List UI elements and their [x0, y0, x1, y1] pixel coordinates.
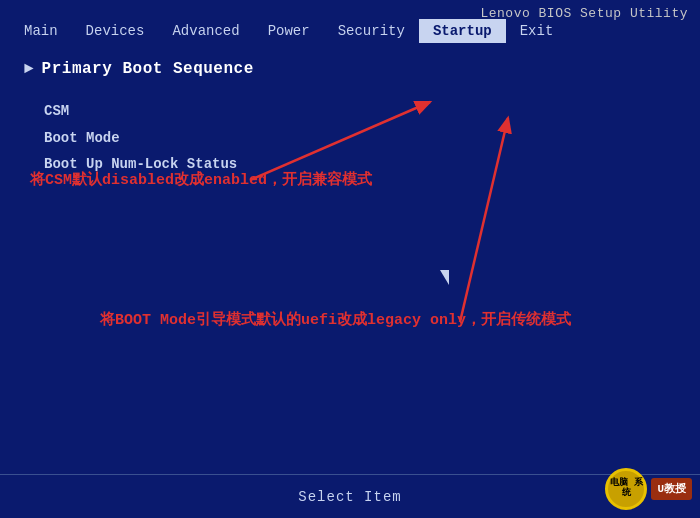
- setting-boot-mode[interactable]: Boot Mode: [44, 125, 676, 152]
- watermark-label: U教授: [651, 478, 692, 500]
- content-area: ► Primary Boot Sequence CSM Boot Mode Bo…: [0, 44, 700, 474]
- menu-item-main[interactable]: Main: [10, 19, 72, 43]
- menu-item-power[interactable]: Power: [254, 19, 324, 43]
- setting-csm[interactable]: CSM: [44, 98, 676, 125]
- menu-item-advanced[interactable]: Advanced: [158, 19, 253, 43]
- annotation-boot-mode: 将BOOT Mode引导模式默认的uefi改成legacy only，开启传统模…: [100, 310, 571, 329]
- settings-list: CSM Boot Mode Boot Up Num-Lock Status: [44, 98, 676, 178]
- mouse-cursor-icon: [440, 270, 449, 285]
- menu-items: Main Devices Advanced Power Security Sta…: [10, 19, 690, 43]
- annotation-csm: 将CSM默认disabled改成enabled，开启兼容模式: [30, 170, 372, 189]
- bios-screen: Lenovo BIOS Setup Utility Main Devices A…: [0, 0, 700, 518]
- watermark: 电脑 系统 U教授: [605, 468, 692, 510]
- menu-item-security[interactable]: Security: [324, 19, 419, 43]
- menu-item-devices[interactable]: Devices: [72, 19, 159, 43]
- menu-item-startup[interactable]: Startup: [419, 19, 506, 43]
- status-bar: Select Item: [0, 474, 700, 518]
- section-title: Primary Boot Sequence: [42, 60, 254, 78]
- section-arrow-icon: ►: [24, 60, 34, 78]
- section-header: ► Primary Boot Sequence: [24, 60, 676, 78]
- menu-bar: Lenovo BIOS Setup Utility Main Devices A…: [0, 0, 700, 44]
- bios-title: Lenovo BIOS Setup Utility: [480, 6, 688, 21]
- status-text: Select Item: [298, 489, 401, 505]
- watermark-circle: 电脑 系统: [605, 468, 647, 510]
- menu-item-exit[interactable]: Exit: [506, 19, 568, 43]
